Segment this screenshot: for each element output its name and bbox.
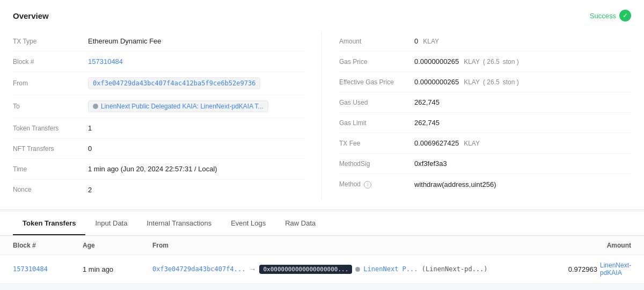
gas-price-label: Gas Price — [339, 58, 414, 66]
col-from-header: From — [152, 242, 492, 249]
method-label: Method i — [339, 180, 414, 189]
gas-limit-value: 262,745 — [414, 119, 440, 127]
to-address[interactable]: LinenNext Public Delegated KAIA: LinenNe… — [88, 100, 268, 112]
to-label: To — [13, 103, 88, 110]
gas-used-value: 262,745 — [414, 98, 440, 106]
tx-type-value: Ethereum Dynamic Fee — [88, 37, 162, 45]
overview-grid: TX Type Ethereum Dynamic Fee Block # 157… — [13, 31, 631, 200]
cell-from: 0xf3e04729da43bc407f4... → 0x00000000000… — [152, 265, 492, 274]
field-tx-fee: TX Fee 0.0069627425 KLAY — [339, 133, 631, 154]
tab-raw-data[interactable]: Raw Data — [275, 212, 325, 235]
arrow-icon: → — [248, 265, 256, 273]
overview-section: Overview Success ✓ TX Type Ethereum Dyna… — [0, 0, 644, 210]
from-addr-link[interactable]: 0xf3e04729da43bc407f4... — [152, 265, 245, 273]
to-sublabel-text: (LinenNext-pd...) — [422, 265, 488, 273]
col-age-header: Age — [83, 242, 152, 249]
gas-price-unit: KLAY — [464, 58, 480, 66]
cell-block: 157310484 — [13, 265, 83, 273]
gas-price-ston: ston ) — [503, 58, 519, 66]
time-label: Time — [13, 165, 88, 173]
gas-price-value: 0.0000000265 KLAY ( 26.5 ston ) — [414, 57, 519, 66]
tx-fee-unit: KLAY — [464, 140, 480, 147]
tab-event-logs-label: Event Logs — [231, 219, 266, 227]
tx-fee-label: TX Fee — [339, 140, 414, 147]
tab-event-logs[interactable]: Event Logs — [221, 212, 275, 235]
eff-gas-price-unit: KLAY — [464, 78, 480, 86]
field-effective-gas-price: Effective Gas Price 0.0000000265 KLAY ( … — [339, 72, 631, 92]
tx-fee-value: 0.0069627425 KLAY — [414, 139, 480, 147]
field-amount: Amount 0 KLAY — [339, 31, 631, 52]
overview-right: Amount 0 KLAY Gas Price 0.0000000265 KLA… — [322, 31, 631, 200]
eff-gas-price-number: 0.0000000265 — [414, 78, 459, 86]
from-value: 0xf3e04729da43bc407f4ac412ba5f9ce6b52e97… — [88, 77, 260, 89]
field-nonce: Nonce 2 — [13, 179, 304, 200]
success-badge: Success ✓ — [590, 10, 631, 21]
field-gas-limit: Gas Limit 262,745 — [339, 113, 631, 133]
tab-token-transfers[interactable]: Token Transfers — [13, 212, 85, 235]
table-header-row: Block # Age From Amount — [0, 236, 644, 255]
field-from: From 0xf3e04729da43bc407f4ac412ba5f9ce6b… — [13, 72, 304, 95]
tab-input-data[interactable]: Input Data — [85, 212, 137, 235]
table-row: 157310484 1 min ago 0xf3e04729da43bc407f… — [0, 255, 644, 284]
field-token-transfers: Token Transfers 1 — [13, 118, 304, 139]
tab-token-transfers-label: Token Transfers — [23, 219, 76, 227]
field-tx-type: TX Type Ethereum Dynamic Fee — [13, 31, 304, 52]
to-label-text[interactable]: LinenNext P... — [363, 265, 418, 273]
to-highlighted-addr[interactable]: 0x0000000000000000000... — [259, 265, 352, 274]
nft-transfers-value: 0 — [88, 144, 92, 153]
eff-gas-price-ston: ston ) — [503, 78, 519, 86]
gas-price-paren: ( 26.5 — [483, 58, 500, 66]
tab-internal-transactions-label: Internal Transactions — [147, 219, 211, 227]
field-method: Method i withdraw(address,uint256) — [339, 174, 631, 194]
method-info-icon[interactable]: i — [364, 181, 371, 189]
methodsig-label: MethodSig — [339, 160, 414, 168]
field-gas-price: Gas Price 0.0000000265 KLAY ( 26.5 ston … — [339, 52, 631, 72]
tab-internal-transactions[interactable]: Internal Transactions — [137, 212, 221, 235]
field-gas-used: Gas Used 262,745 — [339, 92, 631, 113]
from-label: From — [13, 79, 88, 87]
token-link[interactable]: LinenNext-pdKAIA — [600, 262, 631, 277]
to-label-link: LinenNext P... (LinenNext-pd...) — [363, 265, 487, 273]
cell-age: 1 min ago — [83, 265, 152, 273]
block-link[interactable]: 157310484 — [13, 265, 48, 273]
time-value: 1 min ago (Jun 20, 2024 22:57:31 / Local… — [88, 165, 217, 173]
col-to-header — [492, 242, 577, 249]
field-block: Block # 157310484 — [13, 52, 304, 72]
block-value[interactable]: 157310484 — [88, 57, 123, 66]
effective-gas-price-label: Effective Gas Price — [339, 78, 414, 86]
col-amount-header: Amount — [577, 242, 631, 249]
eff-gas-price-paren: ( 26.5 — [483, 78, 500, 86]
nonce-value: 2 — [88, 186, 92, 194]
gas-price-number: 0.0000000265 — [414, 57, 459, 66]
field-time: Time 1 min ago (Jun 20, 2024 22:57:31 / … — [13, 159, 304, 179]
nft-transfers-label: NFT Transfers — [13, 145, 88, 153]
gas-limit-label: Gas Limit — [339, 119, 414, 127]
field-methodsig: MethodSig 0xf3fef3a3 — [339, 154, 631, 174]
block-label: Block # — [13, 58, 88, 66]
success-icon: ✓ — [619, 10, 631, 21]
from-address[interactable]: 0xf3e04729da43bc407f4ac412ba5f9ce6b52e97… — [88, 77, 260, 89]
tab-input-data-label: Input Data — [95, 219, 127, 227]
amount-label: Amount — [339, 38, 414, 45]
tx-type-label: TX Type — [13, 38, 88, 45]
effective-gas-price-value: 0.0000000265 KLAY ( 26.5 ston ) — [414, 78, 519, 86]
gas-used-label: Gas Used — [339, 99, 414, 106]
overview-left: TX Type Ethereum Dynamic Fee Block # 157… — [13, 31, 322, 200]
amount-number: 0 — [414, 37, 418, 45]
field-nft-transfers: NFT Transfers 0 — [13, 139, 304, 159]
col-block-header: Block # — [13, 242, 83, 249]
to-address-text: LinenNext Public Delegated KAIA: LinenNe… — [101, 103, 264, 110]
amount-unit: KLAY — [423, 38, 439, 45]
dest-dot-icon — [355, 267, 360, 272]
overview-header: Overview Success ✓ — [13, 10, 631, 21]
tabs-list: Token Transfers Input Data Internal Tran… — [0, 212, 644, 235]
table-section: Block # Age From Amount 157310484 1 min … — [0, 236, 644, 284]
overview-title: Overview — [13, 11, 49, 20]
to-value: LinenNext Public Delegated KAIA: LinenNe… — [88, 100, 268, 112]
methodsig-value: 0xf3fef3a3 — [414, 160, 447, 168]
cell-amount: 0.972963 LinenNext-pdKAIA — [577, 262, 631, 277]
amount-number-cell: 0.972963 — [568, 265, 597, 273]
token-transfers-label: Token Transfers — [13, 125, 88, 132]
to-dot-icon — [93, 104, 98, 109]
field-to: To LinenNext Public Delegated KAIA: Line… — [13, 95, 304, 118]
